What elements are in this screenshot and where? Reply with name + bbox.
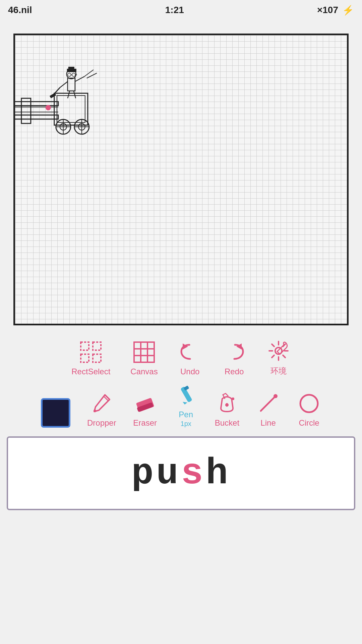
tool-rect-select[interactable]: RectSelect	[71, 340, 110, 376]
svg-marker-53	[183, 402, 187, 405]
pen-label: Pen	[179, 410, 193, 419]
eraser-label: Eraser	[133, 418, 157, 428]
svg-rect-36	[81, 342, 89, 350]
tool-line[interactable]: Line	[256, 391, 280, 428]
push-u: u	[156, 452, 181, 494]
svg-rect-37	[93, 342, 101, 350]
rect-select-icon	[79, 340, 103, 364]
lightning-icon: ⚡	[342, 5, 354, 16]
tool-pen[interactable]: Pen 1px	[174, 383, 198, 428]
svg-line-22	[60, 82, 68, 88]
svg-rect-3	[13, 112, 58, 112]
push-h: h	[206, 452, 231, 494]
svg-rect-39	[93, 354, 101, 362]
tool-circle[interactable]: Circle	[297, 391, 321, 428]
push-p: p	[131, 452, 156, 494]
drawing-canvas[interactable]	[13, 34, 349, 325]
pen-icon	[174, 383, 198, 407]
dropper-icon	[89, 391, 114, 416]
svg-rect-1	[13, 115, 58, 119]
status-signal: 46.nil	[8, 5, 32, 15]
svg-line-25	[74, 91, 76, 98]
tool-dropper[interactable]: Dropper	[87, 391, 116, 428]
toolbar-row-2: Dropper Eraser Pen 1px	[0, 380, 362, 431]
circle-label: Circle	[299, 418, 319, 428]
rect-select-label: RectSelect	[71, 367, 110, 376]
line-icon	[256, 391, 280, 416]
canvas-label: Canvas	[130, 367, 158, 376]
redo-icon	[222, 340, 246, 364]
svg-rect-9	[57, 96, 85, 122]
undo-label: Undo	[180, 367, 199, 376]
status-bar: 46.nil 1:21 ×107 ⚡	[0, 0, 362, 20]
pixel-art-drawing	[13, 65, 122, 159]
pen-size-label: 1px	[181, 420, 191, 428]
settings-label: 环境	[270, 366, 287, 376]
tool-undo[interactable]: Undo	[178, 340, 202, 376]
svg-rect-18	[68, 78, 75, 91]
current-color[interactable]	[41, 398, 70, 428]
status-battery-pct: ×107	[317, 5, 338, 15]
line-label: Line	[260, 418, 276, 428]
dropper-label: Dropper	[87, 418, 116, 428]
svg-rect-27	[50, 93, 56, 98]
svg-line-24	[68, 91, 70, 98]
eraser-icon	[133, 391, 157, 416]
toolbar-row-1: RectSelect Canvas Undo	[0, 332, 362, 380]
svg-point-57	[274, 394, 278, 398]
tool-color-swatch[interactable]	[41, 398, 70, 428]
push-button-area[interactable]: push	[7, 436, 355, 510]
status-right: ×107 ⚡	[317, 5, 354, 16]
tool-bucket[interactable]: Bucket	[215, 391, 239, 428]
push-text: push	[131, 452, 231, 494]
tool-canvas[interactable]: Canvas	[130, 340, 158, 376]
svg-rect-40	[134, 342, 154, 362]
svg-rect-0	[13, 102, 58, 106]
bucket-icon	[215, 391, 239, 416]
undo-icon	[178, 340, 202, 364]
status-time: 1:21	[165, 5, 184, 15]
svg-rect-2	[13, 107, 58, 107]
tool-settings[interactable]: 环境	[266, 339, 291, 376]
svg-point-49	[94, 410, 96, 412]
tool-eraser[interactable]: Eraser	[133, 391, 157, 428]
svg-rect-38	[81, 354, 89, 362]
svg-point-31	[68, 73, 71, 76]
push-s: s	[181, 452, 206, 494]
svg-rect-21	[68, 67, 74, 69]
svg-line-23	[75, 76, 84, 82]
circle-icon	[297, 391, 321, 416]
svg-point-28	[46, 105, 51, 110]
settings-icon	[266, 339, 291, 363]
redo-label: Redo	[225, 367, 244, 376]
svg-point-32	[72, 73, 75, 76]
bucket-label: Bucket	[215, 418, 239, 428]
canvas-icon	[132, 340, 156, 364]
svg-point-55	[232, 397, 234, 400]
svg-point-58	[300, 395, 318, 412]
tool-redo[interactable]: Redo	[222, 340, 246, 376]
svg-line-56	[261, 396, 276, 411]
